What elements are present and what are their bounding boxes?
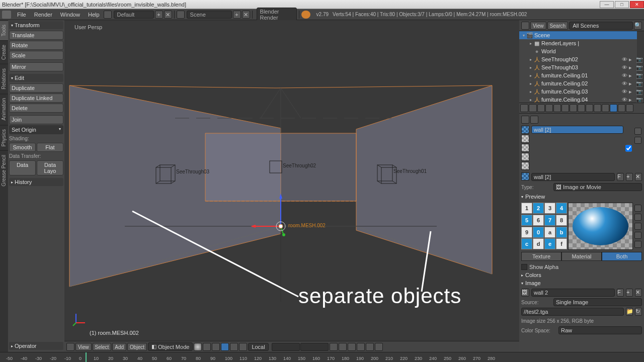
tab-both-button[interactable]: Both xyxy=(602,252,642,261)
texture-slot-3[interactable] xyxy=(521,144,529,152)
screen-layout-icon[interactable] xyxy=(104,11,112,19)
proportional-icon[interactable] xyxy=(357,343,365,351)
tab-constraint-icon[interactable] xyxy=(578,104,585,112)
texture-slot-5[interactable] xyxy=(521,162,529,170)
img-add[interactable]: + xyxy=(626,289,633,297)
texture-slot-4[interactable] xyxy=(521,153,529,161)
menu-render[interactable]: Render xyxy=(30,11,56,19)
scene-dropdown[interactable]: Scene xyxy=(187,11,232,19)
data-layout-button[interactable]: Data Layo xyxy=(37,160,63,175)
rotate-button[interactable]: Rotate xyxy=(9,41,63,50)
outliner-row[interactable]: ▸人furniture.Ceiling.02👁▸📷 xyxy=(519,79,644,87)
tab-physics[interactable]: Physics xyxy=(0,125,8,150)
mirror-button[interactable]: Mirror xyxy=(9,62,63,71)
tab-relations[interactable]: Relations xyxy=(0,64,8,94)
texture-slot-name[interactable]: wall [2] xyxy=(531,126,623,134)
selectable-icon[interactable]: ▸ xyxy=(629,64,635,70)
pin-icon[interactable] xyxy=(529,104,537,112)
visibility-icon[interactable]: 👁 xyxy=(622,80,628,86)
outliner-row[interactable]: ▸人furniture.Ceiling.03👁▸📷 xyxy=(519,87,644,96)
manip-rotate-icon[interactable] xyxy=(230,343,238,351)
menu-window[interactable]: Window xyxy=(56,11,84,19)
scene-browse-icon[interactable] xyxy=(177,11,185,19)
outliner-tree[interactable]: ▾🎬Scene▸▦RenderLayers |●World▸人SeeThroug… xyxy=(519,31,644,103)
vp-object-menu[interactable]: Object xyxy=(127,343,147,351)
scene-remove[interactable]: ✕ xyxy=(242,11,250,19)
close-button[interactable]: ✕ xyxy=(630,1,644,8)
minimize-button[interactable]: — xyxy=(600,1,614,8)
image-name-field[interactable]: wall 2 xyxy=(531,289,615,297)
renderable-icon[interactable]: 📷 xyxy=(636,64,642,70)
show-alpha-checkbox[interactable] xyxy=(521,264,527,270)
orientation-dropdown[interactable]: Local xyxy=(248,343,268,351)
outliner-row[interactable]: ▸人SeeThrough02👁▸📷 xyxy=(519,55,644,63)
tab-create[interactable]: Create xyxy=(0,40,8,64)
tab-animation[interactable]: Animation xyxy=(0,94,8,124)
renderable-icon[interactable]: 📷 xyxy=(636,80,642,86)
reload-icon[interactable]: ↻ xyxy=(635,308,642,316)
selectable-icon[interactable]: ▸ xyxy=(629,97,635,103)
fake-user-button[interactable]: F xyxy=(617,173,624,181)
visibility-icon[interactable]: 👁 xyxy=(622,97,628,103)
snap-icon[interactable] xyxy=(339,343,347,351)
texture-slot-active[interactable] xyxy=(521,126,529,134)
outliner-filter-dropdown[interactable]: All Scenes xyxy=(569,22,633,30)
selectable-icon[interactable]: ▸ xyxy=(629,88,635,95)
snap-type-icon[interactable] xyxy=(348,343,356,351)
preview-sphere-icon[interactable] xyxy=(634,214,641,221)
tab-material-icon[interactable] xyxy=(602,104,609,112)
visibility-icon[interactable]: 👁 xyxy=(622,88,628,95)
tab-texture-button[interactable]: Texture xyxy=(521,252,561,261)
mode-dropdown[interactable]: ◧Object Mode xyxy=(148,342,193,351)
set-origin-dropdown[interactable]: Set Origin▾ xyxy=(9,125,63,134)
colorspace-dropdown[interactable]: Raw xyxy=(558,326,642,334)
history-header[interactable]: ▸History xyxy=(9,178,63,186)
timeline-ruler[interactable]: -50-40-30-20-100102030405060708090100110… xyxy=(0,352,644,362)
layout-add[interactable]: + xyxy=(155,11,163,19)
selectable-icon[interactable]: ▸ xyxy=(629,56,635,62)
layout-remove[interactable]: ✕ xyxy=(164,11,172,19)
renderable-icon[interactable]: 📷 xyxy=(636,72,642,78)
scene-add[interactable]: + xyxy=(233,11,241,19)
scale-button[interactable]: Scale xyxy=(9,51,63,60)
renderer-dropdown[interactable]: Blender Render xyxy=(257,8,297,22)
img-fake-user[interactable]: F xyxy=(617,289,624,297)
tex-unlink-button[interactable]: ✕ xyxy=(635,173,642,181)
pivot-icon[interactable] xyxy=(203,343,211,351)
layout-dropdown[interactable]: Default xyxy=(114,11,154,19)
manip-translate-icon[interactable] xyxy=(221,343,229,351)
tab-object-icon[interactable] xyxy=(570,104,577,112)
vp-view-menu[interactable]: View xyxy=(75,343,92,351)
texture-slot-2[interactable] xyxy=(521,135,529,143)
tab-material-button[interactable]: Material xyxy=(561,252,602,261)
tab-objectdata-icon[interactable] xyxy=(594,104,601,112)
shading-solid-icon[interactable] xyxy=(194,343,202,351)
visibility-icon[interactable]: 👁 xyxy=(622,64,628,70)
timeline-playhead[interactable] xyxy=(86,352,87,362)
tab-grease-pencil[interactable]: Grease Pencil xyxy=(0,150,8,191)
tab-tools[interactable]: Tools xyxy=(0,20,8,40)
outliner-row[interactable]: ▸▦RenderLayers | xyxy=(519,39,644,47)
layer-buttons[interactable] xyxy=(272,343,329,351)
menu-help[interactable]: Help xyxy=(84,11,104,19)
maximize-button[interactable]: □ xyxy=(615,1,629,8)
duplicate-linked-button[interactable]: Duplicate Linked xyxy=(9,94,63,103)
shading-flat[interactable]: Flat xyxy=(37,143,63,152)
renderable-icon[interactable]: 📷 xyxy=(636,97,642,103)
tex-down-icon[interactable] xyxy=(634,137,641,144)
vp-add-menu[interactable]: Add xyxy=(112,343,126,351)
shading-smooth[interactable]: Smooth xyxy=(9,143,36,152)
texture-id-field[interactable]: wall [2] xyxy=(531,173,615,181)
outliner-type-icon[interactable] xyxy=(521,22,529,30)
texture-enable-checkbox[interactable] xyxy=(625,126,632,171)
open-file-icon[interactable]: 📁 xyxy=(626,308,633,316)
translate-button[interactable]: Translate xyxy=(9,31,63,40)
image-section-header[interactable]: ▾Image xyxy=(521,279,642,287)
tex-up-icon[interactable] xyxy=(634,128,641,135)
texture-id-icon[interactable] xyxy=(521,172,529,180)
visibility-icon[interactable]: 👁 xyxy=(622,56,628,62)
data-button[interactable]: Data xyxy=(9,160,36,175)
colors-section-header[interactable]: ▸Colors xyxy=(521,271,642,279)
manipulator-icon[interactable] xyxy=(212,343,220,351)
tab-render-icon[interactable] xyxy=(537,104,545,112)
